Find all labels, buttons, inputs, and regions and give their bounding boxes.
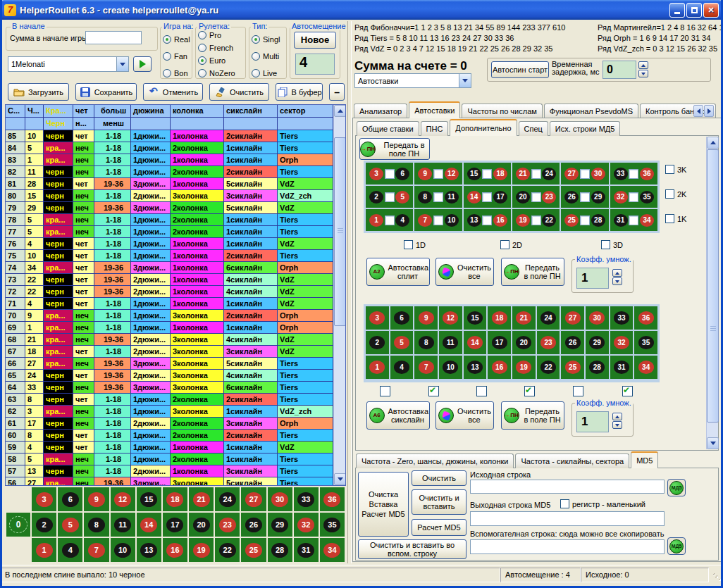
table-row[interactable]: 6433черннеч19-363дюжи...3колонка6сиклайн…	[6, 382, 333, 394]
table-row[interactable]: 6627кра...неч19-363дюжи...3колонка5сикла…	[6, 358, 333, 370]
board-number-cell[interactable]: 36	[320, 487, 345, 511]
check-3k[interactable]: 3K	[665, 165, 686, 174]
sixline-number-cell[interactable]: 9	[414, 306, 438, 330]
table-scroll-thumb[interactable]	[334, 137, 346, 326]
transfer-pn-button-1[interactable]: →ПН Передать в поле ПН	[501, 258, 564, 286]
toolbar-undo-button[interactable]: ↶Отменить	[143, 83, 203, 101]
grid-number[interactable]: 15	[467, 168, 481, 180]
table-row[interactable]: 7434кра...чет19-363дюжи...1колонка6сикла…	[6, 262, 333, 274]
board-number-cell[interactable]: 25	[241, 538, 266, 562]
sixline-number-cell[interactable]: 16	[488, 356, 511, 379]
radio-icon[interactable]	[252, 52, 260, 61]
radio-icon[interactable]	[163, 69, 171, 77]
split-checkbox[interactable]	[580, 192, 590, 202]
sixline-number-cell[interactable]: 6	[390, 306, 414, 330]
board-number-cell[interactable]: 15	[137, 487, 161, 511]
board-number-cell[interactable]: 5	[58, 513, 82, 537]
grid-number[interactable]: 26	[564, 191, 579, 204]
table-scrollbar[interactable]	[333, 105, 345, 485]
radio-icon[interactable]	[198, 44, 206, 52]
radio-option-multi[interactable]: Multi	[252, 48, 280, 65]
table-row[interactable]: 6718кра...чет1-182дюжи...3колонка3сиклай…	[6, 346, 333, 358]
grid-number[interactable]: 2	[369, 191, 383, 204]
sixline-number-cell[interactable]: 10	[439, 356, 462, 379]
grid-number[interactable]: 7	[418, 214, 432, 227]
transfer-pn-button-2[interactable]: →ПН Передать в поле ПН	[501, 401, 564, 430]
spin-up-icon[interactable]	[612, 413, 622, 420]
radio-icon[interactable]	[252, 35, 260, 44]
autobet-split-button[interactable]: A2 Автоставка сплит	[366, 258, 430, 286]
d-checkbox[interactable]	[500, 240, 509, 249]
column-header[interactable]: дюжина	[131, 105, 171, 117]
sixline-number-cell[interactable]: 21	[512, 306, 536, 330]
koef-spinner-2[interactable]	[612, 413, 622, 429]
board-number-cell[interactable]: 23	[215, 513, 240, 537]
board-number-cell[interactable]: 34	[320, 538, 345, 562]
sixline-number-cell[interactable]: 4	[390, 356, 414, 379]
md5-tall-button[interactable]: Очистка Вставка Расчет MD5	[358, 472, 409, 537]
radio-icon[interactable]	[163, 35, 171, 44]
table-row[interactable]: 6524чернчет19-362дюжи...3колонка4сиклайн…	[6, 370, 333, 382]
radio-option-nozero[interactable]: NoZero	[198, 67, 235, 80]
subtab-пнс[interactable]: ПНС	[421, 121, 449, 136]
autobets-combobox[interactable]: Автоставки	[354, 73, 471, 88]
radio-icon[interactable]	[198, 56, 206, 65]
board-number-cell[interactable]: 20	[189, 513, 214, 537]
scroll-down-icon[interactable]	[707, 437, 719, 449]
grid-number[interactable]: 17	[493, 191, 507, 204]
board-number-cell[interactable]: 6	[58, 487, 82, 511]
column-header[interactable]	[224, 118, 278, 130]
spin-up-icon[interactable]	[638, 61, 648, 69]
grid-number[interactable]: 12	[445, 168, 459, 180]
grid-number[interactable]: 1	[369, 214, 383, 227]
maximize-button[interactable]	[686, 3, 702, 18]
grid-number[interactable]: 29	[591, 191, 605, 204]
chevron-down-icon[interactable]	[116, 57, 128, 71]
table-row[interactable]: 594чернчет1-181дюжи...1колонка1сиклайнVd…	[6, 442, 333, 453]
split-checkbox[interactable]	[433, 169, 443, 179]
chevron-down-icon[interactable]	[459, 74, 471, 87]
column-header[interactable]	[6, 118, 25, 130]
toolbar-collapse-button[interactable]: –	[329, 83, 345, 101]
dop-scroll-thumb[interactable]	[707, 149, 719, 423]
board-number-cell[interactable]: 13	[137, 538, 161, 562]
column-header[interactable]: Черн	[44, 118, 73, 130]
sixline-number-cell[interactable]: 32	[610, 331, 634, 354]
sixline-checkbox[interactable]	[524, 386, 535, 396]
sixline-number-cell[interactable]: 24	[537, 306, 560, 330]
sixline-number-cell[interactable]: 22	[537, 356, 560, 379]
tab-частоты-по-числам[interactable]: Частоты по числам	[462, 104, 542, 118]
grid-number[interactable]: 30	[591, 168, 605, 180]
sixline-number-cell[interactable]: 15	[464, 306, 487, 330]
grid-number[interactable]: 20	[516, 191, 530, 204]
board-number-cell[interactable]: 11	[111, 513, 135, 537]
grid-number[interactable]: 35	[640, 191, 654, 204]
grid-number[interactable]: 23	[542, 191, 556, 204]
toolbar-load-button[interactable]: Загрузить	[8, 83, 69, 101]
table-row[interactable]: 5627кра...неч19-363дюжи...3колонка5сикла…	[6, 477, 333, 486]
table-row[interactable]: 764чернчет1-181дюжи...1колонка1сиклайнVd…	[6, 238, 333, 250]
autobet-sixline-button[interactable]: A6 Автоставка сикслайн	[366, 401, 430, 430]
sixline-number-cell[interactable]: 19	[512, 356, 536, 379]
start-sum-input[interactable]	[85, 31, 142, 44]
check-1k[interactable]: 1K	[665, 214, 686, 223]
grid-number[interactable]: 27	[564, 168, 579, 180]
grid-number[interactable]: 9	[418, 168, 432, 180]
table-row[interactable]: 623кра...неч1-181дюжи...3колонка1сиклайн…	[6, 406, 333, 418]
radio-icon[interactable]	[252, 69, 260, 77]
board-number-cell[interactable]: 35	[320, 513, 345, 537]
column-header[interactable]	[131, 118, 171, 130]
clear-all-button-2[interactable]: Очистить все	[435, 401, 494, 430]
k-checkbox[interactable]	[665, 165, 674, 174]
grid-number[interactable]: 18	[493, 168, 507, 180]
split-checkbox[interactable]	[482, 192, 492, 202]
sixline-number-cell[interactable]: 34	[634, 356, 657, 379]
check-2d[interactable]: 2D	[500, 240, 522, 249]
sixline-number-cell[interactable]: 17	[488, 331, 511, 354]
register-checkbox[interactable]	[560, 499, 569, 508]
k-checkbox[interactable]	[665, 214, 674, 223]
grid-number[interactable]: 8	[418, 191, 432, 204]
split-checkbox[interactable]	[433, 215, 443, 225]
grid-number[interactable]: 10	[445, 214, 459, 227]
table-row[interactable]: 775кра...неч1-181дюжи...2колонка1сиклайн…	[6, 226, 333, 238]
